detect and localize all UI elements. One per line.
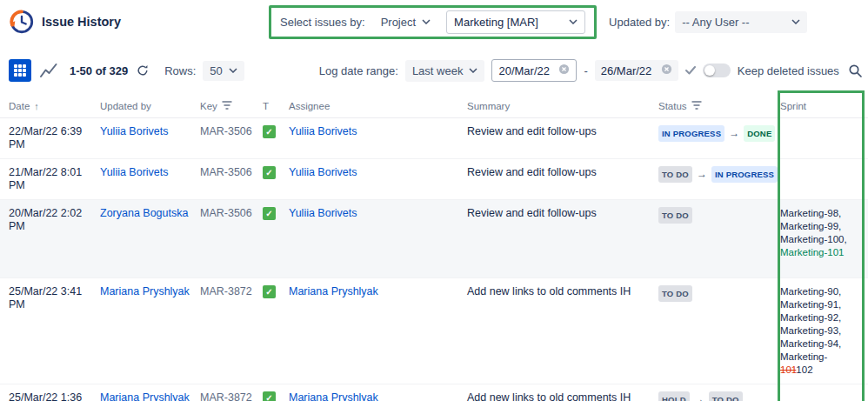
cell-status: TO DO <box>658 285 780 302</box>
updated-by-link[interactable]: Mariana Pryshlyak <box>100 391 190 401</box>
status-arrow-icon: → <box>729 127 739 139</box>
cell-type: ✓ <box>263 125 289 138</box>
cell-type: ✓ <box>263 391 289 401</box>
cell-date: 20/Mar/22 2:02 PM <box>9 207 100 233</box>
task-type-icon: ✓ <box>263 166 276 179</box>
status-badge: TO DO <box>709 391 743 401</box>
sprint-value: Marketing-94, <box>780 338 859 351</box>
date-preset-dropdown[interactable]: Last week <box>405 60 485 82</box>
project-value: Marketing [MAR] <box>454 16 538 29</box>
updated-by-value: -- Any User -- <box>682 16 749 29</box>
date-range-separator: - <box>584 64 587 77</box>
cell-sprint: Marketing-90,Marketing-91,Marketing-92,M… <box>780 285 859 377</box>
sprint-value: Marketing-92, <box>780 311 859 324</box>
cell-updated-by: Mariana Pryshlyak <box>100 391 200 401</box>
check-icon <box>685 64 696 77</box>
assignee-link[interactable]: Yuliia Borivets <box>289 125 357 137</box>
task-type-icon: ✓ <box>263 125 276 138</box>
date-preset-value: Last week <box>412 64 464 77</box>
sprint-value: Marketing-90, <box>780 285 859 298</box>
table-view-button[interactable] <box>9 59 31 82</box>
table-row: 25/Mar/22 1:36 PMMariana PryshlyakMAR-38… <box>0 384 868 401</box>
status-arrow-icon: → <box>694 393 704 401</box>
table-row: 25/Mar/22 3:41 PMMariana PryshlyakMAR-38… <box>0 278 868 384</box>
updated-by-dropdown[interactable]: -- Any User -- <box>675 11 807 33</box>
column-header-sprint[interactable]: Sprint <box>780 101 859 111</box>
column-label: Status <box>658 101 687 111</box>
cell-updated-by: Mariana Pryshlyak <box>100 285 200 298</box>
sprint-value: Marketing-99, <box>780 220 859 233</box>
cell-issue-key: MAR-3506 <box>200 166 263 179</box>
sprint-value: Marketing-101102 <box>780 351 859 377</box>
column-header-summary[interactable]: Summary <box>467 101 658 111</box>
cell-type: ✓ <box>263 285 289 298</box>
clear-icon[interactable] <box>558 63 570 77</box>
grid-icon <box>14 64 26 77</box>
column-label: Date <box>9 101 30 111</box>
cell-status: HOLD→TO DO <box>658 391 780 401</box>
column-header-status[interactable]: Status <box>658 101 780 111</box>
cell-type: ✓ <box>263 207 289 220</box>
issue-history-table: Date ↑ Updated by Key T Assignee Summary… <box>0 94 868 401</box>
select-by-dropdown[interactable]: Project <box>374 11 437 33</box>
chart-view-button[interactable] <box>38 61 59 80</box>
rows-dropdown[interactable]: 50 <box>203 61 244 81</box>
cell-status: TO DO→IN PROGRESS <box>658 166 780 183</box>
cell-updated-by: Yuliia Borivets <box>100 125 200 138</box>
updated-by-link[interactable]: Zoryana Bogutska <box>100 207 188 219</box>
status-badge: IN PROGRESS <box>658 125 724 142</box>
cell-issue-key: MAR-3872 <box>200 285 263 298</box>
table-row: 20/Mar/22 2:02 PMZoryana BogutskaMAR-350… <box>0 200 868 278</box>
clear-icon[interactable] <box>661 63 672 77</box>
assignee-link[interactable]: Mariana Pryshlyak <box>289 285 378 297</box>
updated-by-link[interactable]: Mariana Pryshlyak <box>100 285 190 297</box>
assignee-link[interactable]: Yuliia Borivets <box>289 207 357 219</box>
cell-sprint: Marketing-98,Marketing-99,Marketing-100,… <box>780 207 859 259</box>
line-chart-icon <box>40 63 57 78</box>
column-header-type[interactable]: T <box>263 101 289 111</box>
cell-assignee: Mariana Pryshlyak <box>289 285 467 298</box>
table-header: Date ↑ Updated by Key T Assignee Summary… <box>0 94 868 118</box>
sprint-value: Marketing-100, <box>780 233 859 246</box>
log-date-range-label: Log date range: <box>319 64 398 77</box>
cell-summary: Add new links to old comments IH <box>467 285 658 298</box>
table-body: 22/Mar/22 6:39 PMYuliia BorivetsMAR-3506… <box>0 118 868 401</box>
sprint-value: Marketing-91, <box>780 298 859 311</box>
column-header-date[interactable]: Date ↑ <box>9 101 100 111</box>
keep-deleted-toggle[interactable] <box>703 63 731 77</box>
updated-by-link[interactable]: Yuliia Borivets <box>100 166 169 178</box>
column-header-assignee[interactable]: Assignee <box>289 101 467 111</box>
refresh-icon[interactable] <box>135 63 150 78</box>
chevron-down-icon <box>469 68 477 73</box>
cell-issue-key: MAR-3872 <box>200 391 263 401</box>
column-label: Assignee <box>289 101 330 111</box>
cell-issue-key: MAR-3506 <box>200 207 263 220</box>
pagination-range: 1-50 of 329 <box>70 64 128 77</box>
filter-icon[interactable] <box>691 101 702 111</box>
select-issues-label: Select issues by: <box>280 16 365 29</box>
assignee-link[interactable]: Mariana Pryshlyak <box>289 391 378 401</box>
filter-icon[interactable] <box>222 101 232 111</box>
status-badge: HOLD <box>658 391 690 401</box>
issue-history-app: Issue History Select issues by: Project … <box>0 0 868 401</box>
rows-label: Rows: <box>164 64 196 77</box>
status-badge: TO DO <box>658 285 692 302</box>
column-label: Updated by <box>100 101 151 111</box>
date-to-input[interactable] <box>595 60 678 81</box>
status-badge: TO DO <box>658 207 692 224</box>
sprint-value: Marketing-101 <box>780 246 859 259</box>
search-icon[interactable] <box>846 62 865 80</box>
assignee-link[interactable]: Yuliia Borivets <box>289 166 357 178</box>
column-header-updated-by[interactable]: Updated by <box>100 101 200 111</box>
cell-assignee: Yuliia Borivets <box>289 166 467 179</box>
column-label: T <box>263 101 269 111</box>
date-to-value[interactable] <box>601 64 657 77</box>
toggle-knob <box>704 65 715 76</box>
project-dropdown[interactable]: Marketing [MAR] <box>446 10 585 34</box>
toolbar: 1-50 of 329 Rows: 50 Log date range: Las… <box>0 57 868 84</box>
updated-by-link[interactable]: Yuliia Borivets <box>100 125 169 137</box>
cell-assignee: Mariana Pryshlyak <box>289 391 467 401</box>
date-from-value[interactable] <box>498 64 554 77</box>
date-from-input[interactable] <box>491 59 577 82</box>
column-header-key[interactable]: Key <box>200 101 263 111</box>
